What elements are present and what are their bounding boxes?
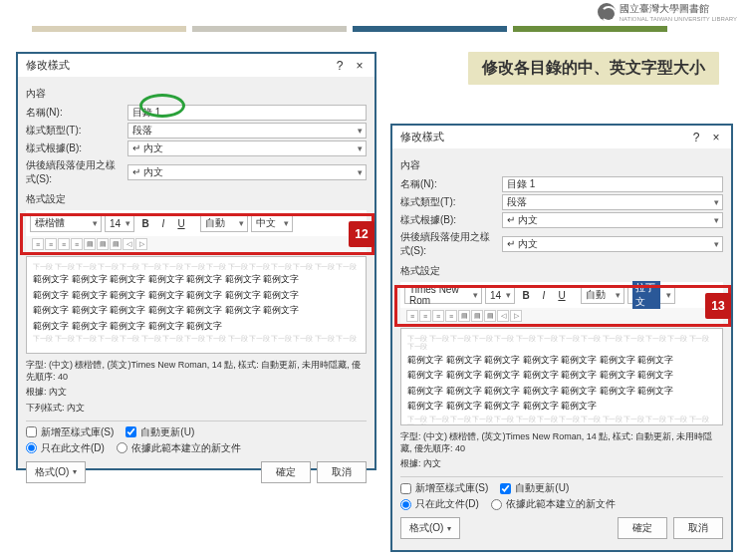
section-format-label-r: 格式設定 [400, 264, 723, 278]
underline-button-r[interactable]: U [554, 290, 570, 301]
italic-button[interactable]: I [156, 218, 170, 229]
color-blocks [32, 26, 667, 32]
spacing-icon-3[interactable]: ▤ [110, 238, 122, 250]
dialog-titlebar[interactable]: 修改樣式 ? × [18, 54, 374, 77]
auto-update-label: 自動更新(U) [140, 425, 194, 439]
preview-area: 下一段 下一段 下一段 下一段 下一段 下一段 下一段 下一段 下一段 下一段 … [26, 256, 367, 354]
next-label: 供後續段落使用之樣式(S): [26, 158, 124, 186]
name-field-r[interactable]: 目錄 1 [502, 176, 723, 192]
name-label-r: 名稱(N): [400, 177, 498, 191]
add-to-list-label: 新增至樣式庫(S) [41, 425, 114, 439]
format-menu-button[interactable]: 格式(O) [26, 461, 86, 483]
brand: 國立臺灣大學圖書館 NATIONAL TAIWAN UNIVERSITY LIB… [598, 2, 737, 22]
indent-inc-icon[interactable]: ▷ [135, 238, 147, 250]
lang-dropdown-latin[interactable]: 拉丁文 [627, 286, 675, 304]
annotation-tag-13: 13 [705, 293, 731, 319]
base-label: 樣式根據(B): [26, 141, 124, 155]
add-to-list-checkbox-r[interactable] [400, 483, 411, 494]
next-label-r: 供後續段落使用之樣式(S): [400, 230, 498, 258]
style-desc-2: 根據: 內文 [26, 385, 367, 401]
style-desc-3: 下列樣式: 內文 [26, 401, 367, 417]
only-doc-label: 只在此文件(D) [41, 441, 105, 455]
align-left-icon-r[interactable]: ≡ [406, 310, 418, 322]
format-row-r: Times New Rom 14 B I U 自動 拉丁文 [400, 282, 723, 308]
indent-dec-icon[interactable]: ◁ [123, 238, 134, 250]
brand-sub: NATIONAL TAIWAN UNIVERSITY LIBRARY [620, 16, 737, 22]
color-dropdown-r[interactable]: 自動 [581, 286, 624, 304]
size-dropdown-r[interactable]: 14 [485, 286, 515, 304]
next-dropdown[interactable]: ↵ 內文 [127, 164, 367, 180]
bold-button-r[interactable]: B [518, 290, 534, 301]
close-icon-r[interactable]: × [709, 131, 723, 144]
bold-button[interactable]: B [137, 218, 153, 229]
italic-button-r[interactable]: I [537, 290, 551, 301]
template-radio-r[interactable] [491, 499, 502, 510]
modify-style-dialog-right: 修改樣式 ? × 內容 名稱(N): 目錄 1 樣式類型(T): 段落 樣式根據… [390, 124, 733, 552]
font-dropdown[interactable]: 標楷體 [30, 214, 102, 232]
align-right-icon-r[interactable]: ≡ [432, 310, 444, 322]
style-desc-1r: 字型: (中文) 標楷體, (英文)Times New Roman, 14 點,… [400, 429, 723, 456]
lang-dropdown-cn[interactable]: 中文 [251, 214, 293, 232]
spacing-icon-2r[interactable]: ▤ [471, 310, 483, 322]
align-center-icon-r[interactable]: ≡ [419, 310, 431, 322]
type-label-r: 樣式類型(T): [400, 195, 498, 209]
auto-update-checkbox-r[interactable] [500, 483, 511, 494]
add-to-list-label-r: 新增至樣式庫(S) [415, 481, 488, 495]
template-radio[interactable] [117, 442, 127, 453]
type-dropdown[interactable]: 段落 [127, 123, 367, 139]
align-left-icon[interactable]: ≡ [32, 238, 44, 250]
spacing-icon-3r[interactable]: ▤ [484, 310, 496, 322]
help-icon-r[interactable]: ? [689, 131, 703, 144]
indent-dec-icon-r[interactable]: ◁ [497, 310, 509, 322]
style-desc-2r: 根據: 內文 [400, 456, 723, 472]
align-justify-icon[interactable]: ≡ [71, 238, 83, 250]
ok-button[interactable]: 確定 [261, 461, 311, 483]
dialog-titlebar-r[interactable]: 修改樣式 ? × [392, 126, 731, 148]
help-icon[interactable]: ? [333, 59, 347, 73]
auto-update-label-r: 自動更新(U) [515, 481, 569, 495]
slide-title: 修改各目錄的中、英文字型大小 [468, 52, 719, 85]
preview-area-r: 下一段 下一段 下一段 下一段 下一段 下一段 下一段 下一段 下一段 下一段 … [400, 328, 723, 425]
size-dropdown[interactable]: 14 [105, 214, 134, 232]
spacing-icon-2[interactable]: ▤ [97, 238, 109, 250]
template-label-r: 依據此範本建立的新文件 [506, 497, 616, 511]
brand-name: 國立臺灣大學圖書館 [620, 2, 737, 16]
format-menu-button-r[interactable]: 格式(O) [400, 517, 460, 539]
font-dropdown-en[interactable]: Times New Rom [404, 286, 482, 304]
dialog-title-text-r: 修改樣式 [400, 130, 444, 144]
annotation-tag-12: 12 [349, 221, 374, 247]
name-label: 名稱(N): [26, 106, 124, 120]
paragraph-icons: ≡ ≡ ≡ ≡ ▤ ▤ ▤ ◁ ▷ [26, 236, 367, 252]
type-dropdown-r[interactable]: 段落 [502, 194, 723, 210]
align-justify-icon-r[interactable]: ≡ [445, 310, 457, 322]
only-doc-radio[interactable] [26, 442, 37, 453]
cancel-button-r[interactable]: 取消 [673, 517, 723, 539]
style-desc-1: 字型: (中文) 標楷體, (英文)Times New Roman, 14 點,… [26, 358, 367, 385]
section-content-label-r: 內容 [400, 158, 723, 172]
ok-button-r[interactable]: 確定 [618, 517, 667, 539]
section-content-label: 內容 [26, 87, 367, 101]
color-dropdown[interactable]: 自動 [200, 214, 248, 232]
underline-button[interactable]: U [173, 218, 189, 229]
cancel-button[interactable]: 取消 [317, 461, 367, 483]
auto-update-checkbox[interactable] [125, 426, 136, 437]
add-to-list-checkbox[interactable] [26, 426, 37, 437]
align-center-icon[interactable]: ≡ [45, 238, 57, 250]
format-row: 標楷體 14 B I U 自動 中文 [26, 210, 367, 236]
only-doc-label-r: 只在此文件(D) [415, 497, 479, 511]
modify-style-dialog-left: 修改樣式 ? × 內容 名稱(N): 目錄 1 樣式類型(T): 段落 樣式根據… [16, 52, 376, 470]
template-label: 依據此範本建立的新文件 [131, 441, 241, 455]
next-dropdown-r[interactable]: ↵ 內文 [502, 236, 723, 252]
spacing-icon-1[interactable]: ▤ [84, 238, 96, 250]
base-dropdown[interactable]: ↵ 內文 [127, 140, 367, 156]
spacing-icon-1r[interactable]: ▤ [458, 310, 470, 322]
dialog-title-text: 修改樣式 [26, 58, 70, 73]
indent-inc-icon-r[interactable]: ▷ [510, 310, 522, 322]
align-right-icon[interactable]: ≡ [58, 238, 70, 250]
only-doc-radio-r[interactable] [400, 499, 411, 510]
name-field[interactable]: 目錄 1 [127, 105, 367, 121]
close-icon[interactable]: × [353, 59, 367, 73]
library-logo-icon [598, 3, 616, 21]
base-dropdown-r[interactable]: ↵ 內文 [502, 212, 723, 228]
base-label-r: 樣式根據(B): [400, 213, 498, 227]
